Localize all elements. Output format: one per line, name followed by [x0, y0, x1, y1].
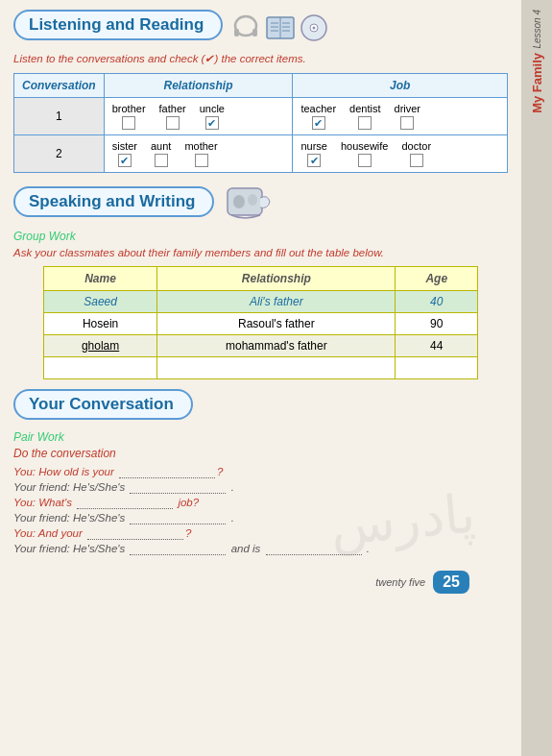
svg-point-15	[233, 195, 245, 208]
speaking-section: Speaking and Writing Group Work Ask your…	[13, 184, 508, 379]
listen-instruction: Listen to the conversations and check (✔…	[13, 52, 508, 65]
sp-name-2: Hosein	[43, 313, 156, 335]
sp-name-4	[43, 357, 156, 379]
sp-col-relationship: Relationship	[157, 267, 396, 291]
listening-header: Listening and Reading	[13, 10, 223, 40]
checkbox-mother: mother	[184, 140, 217, 167]
blank-2	[130, 481, 226, 494]
your-conversation-header: Your Conversation	[13, 389, 193, 420]
checkbox-dentist: dentist	[349, 103, 380, 130]
conv-line-6: Your friend: He's/She's and is .	[13, 543, 508, 555]
table-row	[43, 357, 477, 379]
conversation-lines: You: How old is your ? Your friend: He's…	[13, 466, 508, 555]
sp-rel-4	[157, 357, 396, 379]
sp-name-1: Saeed	[43, 291, 156, 313]
table-row: 1 brother father un	[14, 98, 508, 135]
sp-rel-1: Ali's father	[157, 291, 396, 313]
table-row: Saeed Ali's father 40	[43, 291, 477, 313]
checkbox-housewife: housewife	[341, 140, 389, 167]
svg-point-16	[248, 194, 257, 206]
checkbox-father: father	[159, 103, 186, 130]
sp-age-2: 90	[396, 313, 478, 335]
sp-age-4	[396, 357, 478, 379]
listening-title: Listening and Reading	[29, 15, 204, 35]
right-sidebar: Lesson 4 My Family	[521, 0, 552, 756]
your-conversation-title: Your Conversation	[29, 395, 174, 414]
main-content: Listening and Reading	[0, 0, 521, 603]
speaking-instruction: Ask your classmates about their family m…	[13, 247, 508, 258]
sp-age-1: 40	[396, 291, 478, 313]
rel-options-1: brother father uncle	[104, 98, 293, 135]
svg-rect-1	[234, 29, 239, 37]
checkbox-sister: sister	[112, 140, 137, 167]
col-conversation: Conversation	[14, 74, 105, 98]
blank-6	[130, 543, 226, 555]
conv-line-3: You: What's job?	[13, 497, 508, 509]
listening-icons	[230, 13, 328, 42]
page-number: 25	[433, 571, 469, 594]
svg-rect-2	[252, 29, 257, 37]
listening-section: Listening and Reading	[13, 10, 508, 173]
checkbox-aunt: aunt	[151, 140, 171, 167]
do-conv-label: Do the conversation	[13, 447, 508, 460]
sp-rel-3: mohammad's father	[157, 335, 396, 357]
conv-line-4: Your friend: He's/She's .	[13, 512, 508, 524]
conv-num-1: 1	[14, 98, 105, 135]
table-row: gholam mohammad's father 44	[43, 335, 477, 357]
sp-age-3: 44	[396, 335, 478, 357]
job-options-1: teacher dentist driver	[293, 98, 508, 135]
conv-line-5: You: And your ?	[13, 527, 508, 540]
sp-rel-2: Rasoul's father	[157, 313, 396, 335]
page-label: twenty five	[375, 576, 425, 588]
checkbox-doctor: doctor	[401, 140, 431, 167]
table-row: Hosein Rasoul's father 90	[43, 313, 477, 335]
sidebar-title: My Family	[530, 53, 544, 113]
speaking-table: Name Relationship Age Saeed Ali's father…	[43, 266, 478, 379]
book-icon	[264, 13, 297, 42]
sp-col-name: Name	[43, 267, 156, 291]
cd-icon	[300, 13, 328, 42]
checkbox-uncle: uncle	[200, 103, 225, 130]
conversation-table: Conversation Relationship Job 1 brother	[13, 73, 508, 173]
headphones-icon	[230, 13, 261, 42]
conv-line-1: You: How old is your ?	[13, 466, 508, 478]
blank-3	[77, 497, 173, 509]
conv-num-2: 2	[14, 135, 105, 173]
group-work-label: Group Work	[13, 230, 508, 243]
checkbox-teacher: teacher	[300, 103, 336, 130]
blank-5	[87, 527, 183, 540]
rel-options-2: sister aunt mother	[104, 135, 293, 173]
sp-col-age: Age	[396, 267, 478, 291]
checkbox-driver: driver	[395, 103, 421, 130]
col-relationship: Relationship	[104, 74, 293, 98]
svg-point-13	[313, 27, 316, 30]
blank-4	[130, 512, 226, 524]
col-job: Job	[293, 74, 508, 98]
conv-line-2: Your friend: He's/She's .	[13, 481, 508, 494]
job-options-2: nurse housewife doctor	[293, 135, 508, 173]
sp-name-3: gholam	[43, 335, 156, 357]
lesson-label: Lesson 4	[532, 10, 542, 49]
checkbox-nurse: nurse	[300, 140, 327, 167]
blank-1	[119, 466, 215, 478]
speaking-title: Speaking and Writing	[29, 192, 195, 211]
checkbox-brother: brother	[112, 103, 146, 130]
table-row: 2 sister aunt mothe	[14, 135, 508, 173]
pair-work-label: Pair Work	[13, 430, 508, 444]
speaking-icon	[226, 184, 276, 225]
blank-7	[266, 543, 362, 555]
speaking-header: Speaking and Writing	[13, 186, 214, 217]
your-conversation-section: Your Conversation Pair Work Do the conve…	[13, 389, 508, 555]
